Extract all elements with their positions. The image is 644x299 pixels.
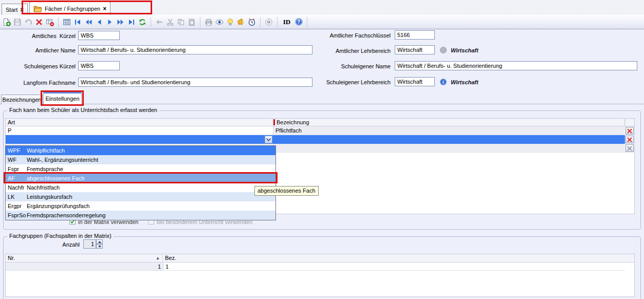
sort-ascending-icon: ▲ <box>156 256 160 260</box>
document-tabbar: Start × Fächer / Fachgruppen × <box>0 0 644 15</box>
toolbar-separator <box>277 17 278 27</box>
help-icon[interactable]: ? <box>294 17 303 27</box>
input-schuleigener-lehrbereich[interactable]: Wirtschaft <box>395 77 435 86</box>
dropdown-item-wpf[interactable]: WPFWahlpflichtfach <box>6 146 275 155</box>
column-header-art[interactable]: Art <box>6 119 273 126</box>
nav-last-icon[interactable] <box>127 17 136 27</box>
cell-bezeichnung-row1[interactable]: Pflichtfach <box>273 126 625 135</box>
annotation-af-item <box>4 172 278 183</box>
anzahl-stepper: 1 <box>83 239 103 249</box>
hint-bulb-icon[interactable] <box>226 17 235 27</box>
cell-bez-row1[interactable]: 1 <box>163 263 625 271</box>
label-langform-fachname: Langform Fachname <box>0 80 76 86</box>
dropdown-item-fsprso[interactable]: FsprSoFremdsprachensonderregelung <box>6 211 275 220</box>
label-amtlicher-fachschluessel: Amtlicher Fachschlüssel <box>288 32 391 39</box>
dropdown-item-lk[interactable]: LKLeistungskursfach <box>6 192 275 201</box>
input-schuleigener-name[interactable]: Wirtschaft / Berufs- u. Studienorientier… <box>395 61 637 70</box>
toolbar-separator <box>151 17 151 27</box>
nav-prev-page-icon[interactable] <box>84 17 93 27</box>
amtlicher-lehrbereich-hint: Wirtschaft <box>451 47 479 53</box>
input-langform-fachname[interactable]: Wirtschaft / Berufs- und Studienorientie… <box>78 78 312 87</box>
id-button[interactable]: ID <box>281 17 292 27</box>
label-schuleigener-lehrbereich: Schuleigener Lehrbereich <box>288 79 391 85</box>
nav-prev-icon[interactable] <box>95 17 104 27</box>
cut-icon[interactable] <box>165 17 175 27</box>
delete-row2-button[interactable] <box>625 136 634 143</box>
undo-icon[interactable] <box>24 17 33 27</box>
annotation-tab <box>22 1 152 14</box>
annotation-einstellungen <box>41 90 84 106</box>
toolbar-separator <box>307 17 307 27</box>
column-header-actions <box>625 119 635 126</box>
fachgruppen-table: Nr. ▲ Bez. 1 1 <box>5 254 635 297</box>
save-icon[interactable] <box>13 17 22 27</box>
application-window: Start × Fächer / Fachgruppen × <box>0 0 644 299</box>
input-amtliches-kuerzel[interactable]: WBS <box>78 31 120 40</box>
label-amtlicher-name: Amtlicher Name <box>0 47 76 53</box>
cell-bezeichnung-row3[interactable] <box>273 144 625 153</box>
toolbar-separator <box>200 17 200 27</box>
subtab-baseline <box>0 104 644 104</box>
column-header-nr[interactable]: Nr. <box>6 254 163 263</box>
dropdown-item-nachfr[interactable]: NachfrNachfristfach <box>6 183 275 192</box>
table-header-row: Art Bezeichnung <box>6 119 634 126</box>
column-header-bez[interactable]: Bez. <box>163 254 625 263</box>
new-record-icon[interactable] <box>2 17 11 27</box>
refresh-icon[interactable] <box>138 17 147 27</box>
anzahl-value[interactable]: 1 <box>83 239 96 249</box>
reminder-clock-icon[interactable] <box>247 17 256 27</box>
cell-nr-row1[interactable]: 1 <box>6 263 163 271</box>
label-amtliches-kuerzel: Amtliches Kürzel <box>0 33 76 39</box>
label-amtlicher-lehrbereich: Amtlicher Lehrbereich <box>288 48 391 54</box>
groupbox-unterrichtsfach-title: Fach kann beim Schüler als Unterrichtsfa… <box>7 107 159 113</box>
preview-eye-icon[interactable] <box>215 17 224 27</box>
dropdown-item-wf[interactable]: WFWahl-, Ergänzungsunterricht <box>6 155 275 164</box>
label-schuleigenes-kuerzel: Schuleigenes Kürzel <box>0 63 76 69</box>
tooltip-abgeschlossenes-fach: abgeschlossenes Fach <box>254 186 319 196</box>
pause-options-icon[interactable] <box>264 17 273 27</box>
label-schuleigener-name: Schuleigener Name <box>288 63 391 69</box>
toolbar: ID ? <box>0 15 644 29</box>
schuleigener-lehrbereich-hint: Wirtschaft <box>451 79 479 85</box>
label-anzahl: Anzahl <box>21 241 80 248</box>
anzahl-up-button[interactable] <box>96 239 103 244</box>
input-schuleigenes-kuerzel[interactable]: WBS <box>78 61 120 70</box>
grid-view-icon[interactable] <box>62 17 71 27</box>
column-header-bezeichnung[interactable]: Bezeichnung <box>275 119 625 126</box>
delete-row3-button-disabled <box>625 144 634 152</box>
toolbar-separator <box>58 17 59 27</box>
input-amtlicher-fachschluessel[interactable]: 5166 <box>395 30 435 40</box>
combobox-dropdown-button[interactable] <box>265 136 272 143</box>
table-header-row: Nr. ▲ Bez. <box>6 254 634 263</box>
anzahl-down-button[interactable] <box>96 244 103 249</box>
delete-icon[interactable] <box>34 17 44 27</box>
cell-art-row1[interactable]: P <box>6 126 273 135</box>
input-amtlicher-lehrbereich[interactable]: Wirtschaft <box>395 45 435 54</box>
tab-start-label: Start <box>6 7 17 13</box>
toolbar-separator <box>260 17 261 27</box>
nav-first-icon[interactable] <box>73 17 82 27</box>
info-icon-gray <box>440 47 447 53</box>
delete-row1-button[interactable] <box>625 127 634 135</box>
groupbox-fachgruppen-title: Fachgruppen (Fachspalten in der Matrix) <box>7 233 114 239</box>
nav-next-page-icon[interactable] <box>116 17 125 27</box>
copy-icon[interactable] <box>176 17 186 27</box>
selected-row[interactable] <box>6 135 625 144</box>
paste-icon[interactable] <box>187 17 196 27</box>
info-icon-blue[interactable]: i <box>440 79 447 85</box>
tab-bezeichnungen[interactable]: Bezeichnungen <box>1 95 43 104</box>
nav-next-icon[interactable] <box>105 17 115 27</box>
print-icon[interactable] <box>204 17 213 27</box>
back-arrow-icon[interactable] <box>155 17 164 27</box>
input-amtlicher-name[interactable]: Wirtschaft / Berufs- u. Studienorientier… <box>78 45 312 54</box>
notification-horn-icon[interactable] <box>236 17 246 27</box>
dropdown-item-ergpr[interactable]: ErgprErgänzungsprüfungsfach <box>6 201 275 211</box>
dataset-remove-icon[interactable] <box>45 17 54 27</box>
